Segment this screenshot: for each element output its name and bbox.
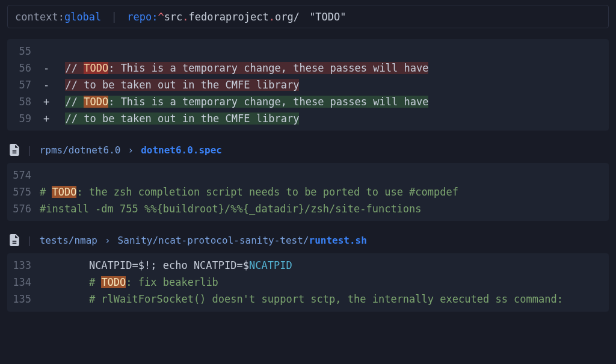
todo-highlight: TODO [52,186,76,198]
file-path-row: | rpms/dotnet6.0 › dotnet6.0.spec [10,144,609,156]
file-icon [10,144,19,156]
repo-path-link[interactable]: rpms/dotnet6.0 [40,144,121,156]
line-number: 133 [7,257,40,274]
context-filter: context:global [15,11,101,23]
chevron-right-icon: › [128,144,134,156]
regex-caret: ^ [158,11,164,23]
context-value: global [64,11,101,23]
code-line: 575 # TODO: the zsh completion script ne… [7,184,609,200]
code-line: 133 NCATPID=$!; echo NCATPID=$NCATPID [7,257,609,274]
diff-marker: + [40,110,53,127]
line-number: 59 [7,110,40,127]
line-number: 56 [7,60,40,76]
todo-highlight: TODO [84,96,108,108]
search-term: "TODO" [309,11,346,23]
repo-filter: repo:^src.fedoraproject.org/ "TODO" [127,11,346,23]
file-path-row: | tests/nmap › Sanity/ncat-protocol-sani… [10,234,609,246]
file-name-link[interactable]: dotnet6.0.spec [141,144,222,156]
code-line-added: 58 + // TODO: This is a temporary change… [7,93,609,110]
code-line: 55 [7,43,609,60]
code-line-added: 59 + // to be taken out in the CMFE libr… [7,110,609,127]
diff-marker: + [40,93,53,110]
line-number: 135 [7,291,40,307]
separator: | [26,144,32,156]
repo-key: repo [127,11,152,23]
filter-separator: | [111,10,117,23]
diff-result-block[interactable]: 55 56 - // TODO: This is a temporary cha… [7,39,609,131]
diff-marker: - [40,60,53,76]
context-key: context [15,11,58,23]
line-number: 574 [7,167,40,184]
code-line: 574 [7,167,609,184]
line-number: 55 [7,43,40,60]
code-line: 134 # TODO: fix beakerlib [7,274,609,291]
line-number: 57 [7,76,40,93]
chevron-right-icon: › [105,235,111,246]
code-line-removed: 57 - // to be taken out in the CMFE libr… [7,76,609,93]
separator: | [26,235,32,246]
line-number: 134 [7,274,40,291]
line-number: 576 [7,200,40,217]
search-query-bar[interactable]: context:global | repo:^src.fedoraproject… [7,5,609,28]
todo-highlight: TODO [84,62,108,74]
diff-marker: - [40,76,53,93]
line-number: 575 [7,184,40,200]
file-icon [10,234,19,246]
code-line: 135 # rlWaitForSocket() doesn't support … [7,291,609,307]
code-result-block[interactable]: 574 575 # TODO: the zsh completion scrip… [7,163,609,221]
repo-path-link[interactable]: tests/nmap [40,235,97,246]
variable-reference: NCATPID [249,259,292,271]
file-path-link[interactable]: Sanity/ncat-protocol-sanity-test/runtest… [118,235,367,246]
line-number: 58 [7,93,40,110]
code-line: 576 #install -dm 755 %%{buildroot}/%%{_d… [7,200,609,217]
code-result-block[interactable]: 133 NCATPID=$!; echo NCATPID=$NCATPID 13… [7,253,609,311]
todo-highlight: TODO [101,276,126,288]
code-line-removed: 56 - // TODO: This is a temporary change… [7,60,609,76]
